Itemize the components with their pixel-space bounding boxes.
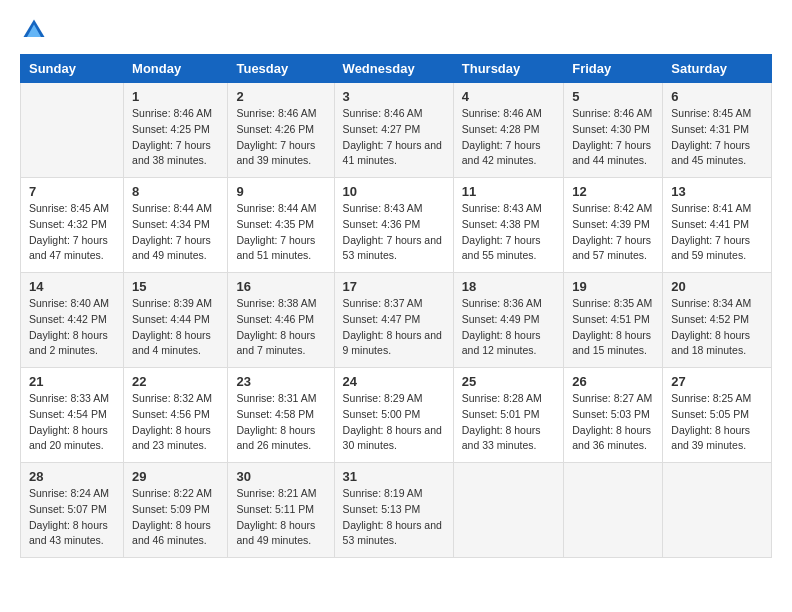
- day-number: 4: [462, 89, 555, 104]
- day-number: 24: [343, 374, 445, 389]
- day-number: 26: [572, 374, 654, 389]
- day-info: Sunrise: 8:41 AMSunset: 4:41 PMDaylight:…: [671, 201, 763, 264]
- calendar-cell: 10Sunrise: 8:43 AMSunset: 4:36 PMDayligh…: [334, 178, 453, 273]
- day-info: Sunrise: 8:46 AMSunset: 4:30 PMDaylight:…: [572, 106, 654, 169]
- calendar-cell: 16Sunrise: 8:38 AMSunset: 4:46 PMDayligh…: [228, 273, 334, 368]
- day-number: 1: [132, 89, 219, 104]
- calendar-cell: [21, 83, 124, 178]
- calendar-table: SundayMondayTuesdayWednesdayThursdayFrid…: [20, 54, 772, 558]
- day-number: 15: [132, 279, 219, 294]
- calendar-cell: 31Sunrise: 8:19 AMSunset: 5:13 PMDayligh…: [334, 463, 453, 558]
- day-number: 22: [132, 374, 219, 389]
- day-number: 18: [462, 279, 555, 294]
- day-info: Sunrise: 8:43 AMSunset: 4:36 PMDaylight:…: [343, 201, 445, 264]
- day-number: 14: [29, 279, 115, 294]
- day-number: 31: [343, 469, 445, 484]
- day-number: 30: [236, 469, 325, 484]
- calendar-week-1: 7Sunrise: 8:45 AMSunset: 4:32 PMDaylight…: [21, 178, 772, 273]
- calendar-cell: 2Sunrise: 8:46 AMSunset: 4:26 PMDaylight…: [228, 83, 334, 178]
- day-info: Sunrise: 8:39 AMSunset: 4:44 PMDaylight:…: [132, 296, 219, 359]
- day-number: 21: [29, 374, 115, 389]
- page-header: [20, 16, 772, 44]
- day-number: 8: [132, 184, 219, 199]
- calendar-cell: [663, 463, 772, 558]
- calendar-cell: 23Sunrise: 8:31 AMSunset: 4:58 PMDayligh…: [228, 368, 334, 463]
- day-number: 27: [671, 374, 763, 389]
- day-number: 19: [572, 279, 654, 294]
- calendar-cell: 29Sunrise: 8:22 AMSunset: 5:09 PMDayligh…: [124, 463, 228, 558]
- calendar-cell: 15Sunrise: 8:39 AMSunset: 4:44 PMDayligh…: [124, 273, 228, 368]
- day-number: 10: [343, 184, 445, 199]
- header-cell-sunday: Sunday: [21, 55, 124, 83]
- calendar-cell: 12Sunrise: 8:42 AMSunset: 4:39 PMDayligh…: [564, 178, 663, 273]
- day-info: Sunrise: 8:46 AMSunset: 4:28 PMDaylight:…: [462, 106, 555, 169]
- day-number: 28: [29, 469, 115, 484]
- day-number: 13: [671, 184, 763, 199]
- day-number: 11: [462, 184, 555, 199]
- calendar-cell: 24Sunrise: 8:29 AMSunset: 5:00 PMDayligh…: [334, 368, 453, 463]
- calendar-cell: 6Sunrise: 8:45 AMSunset: 4:31 PMDaylight…: [663, 83, 772, 178]
- day-number: 17: [343, 279, 445, 294]
- day-info: Sunrise: 8:25 AMSunset: 5:05 PMDaylight:…: [671, 391, 763, 454]
- day-info: Sunrise: 8:46 AMSunset: 4:27 PMDaylight:…: [343, 106, 445, 169]
- header-row: SundayMondayTuesdayWednesdayThursdayFrid…: [21, 55, 772, 83]
- calendar-cell: 1Sunrise: 8:46 AMSunset: 4:25 PMDaylight…: [124, 83, 228, 178]
- day-info: Sunrise: 8:21 AMSunset: 5:11 PMDaylight:…: [236, 486, 325, 549]
- header-cell-monday: Monday: [124, 55, 228, 83]
- day-info: Sunrise: 8:24 AMSunset: 5:07 PMDaylight:…: [29, 486, 115, 549]
- day-number: 5: [572, 89, 654, 104]
- calendar-cell: 18Sunrise: 8:36 AMSunset: 4:49 PMDayligh…: [453, 273, 563, 368]
- day-info: Sunrise: 8:33 AMSunset: 4:54 PMDaylight:…: [29, 391, 115, 454]
- day-number: 7: [29, 184, 115, 199]
- calendar-week-3: 21Sunrise: 8:33 AMSunset: 4:54 PMDayligh…: [21, 368, 772, 463]
- calendar-cell: 26Sunrise: 8:27 AMSunset: 5:03 PMDayligh…: [564, 368, 663, 463]
- day-info: Sunrise: 8:38 AMSunset: 4:46 PMDaylight:…: [236, 296, 325, 359]
- day-info: Sunrise: 8:44 AMSunset: 4:34 PMDaylight:…: [132, 201, 219, 264]
- day-number: 25: [462, 374, 555, 389]
- header-cell-friday: Friday: [564, 55, 663, 83]
- day-info: Sunrise: 8:37 AMSunset: 4:47 PMDaylight:…: [343, 296, 445, 359]
- calendar-cell: 30Sunrise: 8:21 AMSunset: 5:11 PMDayligh…: [228, 463, 334, 558]
- day-number: 6: [671, 89, 763, 104]
- day-number: 12: [572, 184, 654, 199]
- day-info: Sunrise: 8:44 AMSunset: 4:35 PMDaylight:…: [236, 201, 325, 264]
- calendar-cell: 21Sunrise: 8:33 AMSunset: 4:54 PMDayligh…: [21, 368, 124, 463]
- day-number: 2: [236, 89, 325, 104]
- calendar-cell: 25Sunrise: 8:28 AMSunset: 5:01 PMDayligh…: [453, 368, 563, 463]
- calendar-cell: 19Sunrise: 8:35 AMSunset: 4:51 PMDayligh…: [564, 273, 663, 368]
- header-cell-wednesday: Wednesday: [334, 55, 453, 83]
- calendar-cell: 4Sunrise: 8:46 AMSunset: 4:28 PMDaylight…: [453, 83, 563, 178]
- calendar-cell: 28Sunrise: 8:24 AMSunset: 5:07 PMDayligh…: [21, 463, 124, 558]
- calendar-cell: [453, 463, 563, 558]
- calendar-week-4: 28Sunrise: 8:24 AMSunset: 5:07 PMDayligh…: [21, 463, 772, 558]
- day-info: Sunrise: 8:22 AMSunset: 5:09 PMDaylight:…: [132, 486, 219, 549]
- day-info: Sunrise: 8:42 AMSunset: 4:39 PMDaylight:…: [572, 201, 654, 264]
- calendar-week-0: 1Sunrise: 8:46 AMSunset: 4:25 PMDaylight…: [21, 83, 772, 178]
- day-info: Sunrise: 8:31 AMSunset: 4:58 PMDaylight:…: [236, 391, 325, 454]
- day-info: Sunrise: 8:34 AMSunset: 4:52 PMDaylight:…: [671, 296, 763, 359]
- day-info: Sunrise: 8:32 AMSunset: 4:56 PMDaylight:…: [132, 391, 219, 454]
- calendar-header: SundayMondayTuesdayWednesdayThursdayFrid…: [21, 55, 772, 83]
- day-info: Sunrise: 8:46 AMSunset: 4:26 PMDaylight:…: [236, 106, 325, 169]
- calendar-cell: 14Sunrise: 8:40 AMSunset: 4:42 PMDayligh…: [21, 273, 124, 368]
- calendar-cell: 7Sunrise: 8:45 AMSunset: 4:32 PMDaylight…: [21, 178, 124, 273]
- calendar-cell: 27Sunrise: 8:25 AMSunset: 5:05 PMDayligh…: [663, 368, 772, 463]
- day-info: Sunrise: 8:45 AMSunset: 4:32 PMDaylight:…: [29, 201, 115, 264]
- day-info: Sunrise: 8:36 AMSunset: 4:49 PMDaylight:…: [462, 296, 555, 359]
- day-info: Sunrise: 8:27 AMSunset: 5:03 PMDaylight:…: [572, 391, 654, 454]
- day-number: 20: [671, 279, 763, 294]
- header-cell-tuesday: Tuesday: [228, 55, 334, 83]
- day-number: 16: [236, 279, 325, 294]
- day-number: 9: [236, 184, 325, 199]
- calendar-cell: 22Sunrise: 8:32 AMSunset: 4:56 PMDayligh…: [124, 368, 228, 463]
- day-info: Sunrise: 8:28 AMSunset: 5:01 PMDaylight:…: [462, 391, 555, 454]
- day-info: Sunrise: 8:35 AMSunset: 4:51 PMDaylight:…: [572, 296, 654, 359]
- logo: [20, 16, 52, 44]
- calendar-body: 1Sunrise: 8:46 AMSunset: 4:25 PMDaylight…: [21, 83, 772, 558]
- day-number: 3: [343, 89, 445, 104]
- calendar-week-2: 14Sunrise: 8:40 AMSunset: 4:42 PMDayligh…: [21, 273, 772, 368]
- day-info: Sunrise: 8:29 AMSunset: 5:00 PMDaylight:…: [343, 391, 445, 454]
- day-info: Sunrise: 8:43 AMSunset: 4:38 PMDaylight:…: [462, 201, 555, 264]
- calendar-cell: 20Sunrise: 8:34 AMSunset: 4:52 PMDayligh…: [663, 273, 772, 368]
- header-cell-thursday: Thursday: [453, 55, 563, 83]
